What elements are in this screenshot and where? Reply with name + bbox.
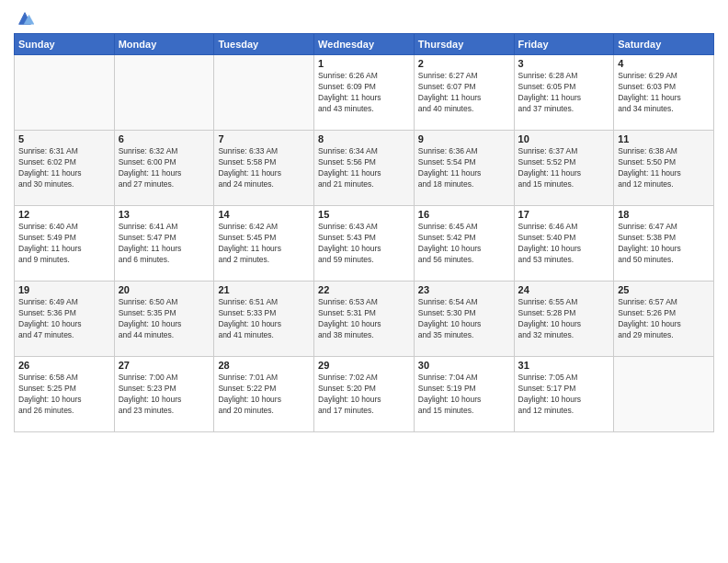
calendar-week-row: 5Sunrise: 6:31 AM Sunset: 6:02 PM Daylig… — [15, 131, 714, 206]
day-number: 6 — [119, 133, 210, 144]
weekday-header-sunday: Sunday — [15, 34, 115, 55]
calendar-cell: 10Sunrise: 6:37 AM Sunset: 5:52 PM Dayli… — [514, 131, 614, 206]
day-number: 17 — [518, 209, 610, 220]
weekday-header-row: SundayMondayTuesdayWednesdayThursdayFrid… — [15, 34, 714, 55]
calendar-cell: 20Sunrise: 6:50 AM Sunset: 5:35 PM Dayli… — [114, 282, 214, 357]
day-info: Sunrise: 6:32 AM Sunset: 6:00 PM Dayligh… — [119, 146, 210, 190]
day-info: Sunrise: 7:00 AM Sunset: 5:23 PM Dayligh… — [119, 373, 210, 417]
calendar-table: SundayMondayTuesdayWednesdayThursdayFrid… — [14, 33, 714, 432]
day-info: Sunrise: 6:58 AM Sunset: 5:25 PM Dayligh… — [18, 373, 110, 417]
day-info: Sunrise: 7:05 AM Sunset: 5:17 PM Dayligh… — [518, 373, 610, 417]
day-info: Sunrise: 6:49 AM Sunset: 5:36 PM Dayligh… — [18, 297, 110, 341]
day-number: 12 — [18, 209, 110, 220]
calendar-week-row: 1Sunrise: 6:26 AM Sunset: 6:09 PM Daylig… — [15, 55, 714, 131]
calendar-cell — [614, 357, 714, 432]
weekday-header-saturday: Saturday — [614, 34, 714, 55]
day-number: 4 — [618, 58, 710, 69]
day-info: Sunrise: 7:02 AM Sunset: 5:20 PM Dayligh… — [318, 373, 410, 417]
day-number: 25 — [618, 284, 710, 295]
day-number: 16 — [418, 209, 510, 220]
day-number: 28 — [218, 360, 310, 371]
day-number: 27 — [119, 360, 210, 371]
calendar-cell: 15Sunrise: 6:43 AM Sunset: 5:43 PM Dayli… — [314, 206, 415, 282]
logo-icon — [16, 9, 34, 28]
day-number: 15 — [318, 209, 410, 220]
day-info: Sunrise: 6:37 AM Sunset: 5:52 PM Dayligh… — [518, 146, 610, 190]
calendar-cell: 2Sunrise: 6:27 AM Sunset: 6:07 PM Daylig… — [414, 55, 514, 131]
day-info: Sunrise: 6:54 AM Sunset: 5:30 PM Dayligh… — [418, 297, 510, 341]
day-number: 8 — [318, 133, 410, 144]
day-info: Sunrise: 6:57 AM Sunset: 5:26 PM Dayligh… — [618, 297, 710, 341]
calendar-cell — [214, 55, 314, 131]
day-info: Sunrise: 6:34 AM Sunset: 5:56 PM Dayligh… — [318, 146, 410, 190]
day-number: 21 — [218, 284, 310, 295]
day-number: 22 — [318, 284, 410, 295]
day-number: 30 — [418, 360, 510, 371]
calendar-cell: 4Sunrise: 6:29 AM Sunset: 6:03 PM Daylig… — [614, 55, 714, 131]
day-number: 2 — [418, 58, 510, 69]
day-info: Sunrise: 6:45 AM Sunset: 5:42 PM Dayligh… — [418, 222, 510, 266]
day-info: Sunrise: 6:36 AM Sunset: 5:54 PM Dayligh… — [418, 146, 510, 190]
day-number: 9 — [418, 133, 510, 144]
day-number: 7 — [218, 133, 310, 144]
day-number: 18 — [618, 209, 710, 220]
day-number: 3 — [518, 58, 610, 69]
day-info: Sunrise: 6:43 AM Sunset: 5:43 PM Dayligh… — [318, 222, 410, 266]
calendar-cell — [114, 55, 214, 131]
calendar-cell: 16Sunrise: 6:45 AM Sunset: 5:42 PM Dayli… — [414, 206, 514, 282]
calendar-cell: 8Sunrise: 6:34 AM Sunset: 5:56 PM Daylig… — [314, 131, 415, 206]
weekday-header-friday: Friday — [514, 34, 614, 55]
calendar-cell: 12Sunrise: 6:40 AM Sunset: 5:49 PM Dayli… — [15, 206, 115, 282]
day-info: Sunrise: 6:26 AM Sunset: 6:09 PM Dayligh… — [318, 71, 410, 115]
day-info: Sunrise: 7:01 AM Sunset: 5:22 PM Dayligh… — [218, 373, 310, 417]
calendar-cell: 5Sunrise: 6:31 AM Sunset: 6:02 PM Daylig… — [15, 131, 115, 206]
day-number: 13 — [119, 209, 210, 220]
calendar-cell: 24Sunrise: 6:55 AM Sunset: 5:28 PM Dayli… — [514, 282, 614, 357]
day-number: 31 — [518, 360, 610, 371]
day-info: Sunrise: 6:55 AM Sunset: 5:28 PM Dayligh… — [518, 297, 610, 341]
calendar-cell: 11Sunrise: 6:38 AM Sunset: 5:50 PM Dayli… — [614, 131, 714, 206]
calendar-cell: 17Sunrise: 6:46 AM Sunset: 5:40 PM Dayli… — [514, 206, 614, 282]
calendar-cell: 28Sunrise: 7:01 AM Sunset: 5:22 PM Dayli… — [214, 357, 314, 432]
day-number: 23 — [418, 284, 510, 295]
day-info: Sunrise: 6:51 AM Sunset: 5:33 PM Dayligh… — [218, 297, 310, 341]
calendar-cell: 30Sunrise: 7:04 AM Sunset: 5:19 PM Dayli… — [414, 357, 514, 432]
calendar-cell — [15, 55, 115, 131]
calendar-cell: 6Sunrise: 6:32 AM Sunset: 6:00 PM Daylig… — [114, 131, 214, 206]
page-container: SundayMondayTuesdayWednesdayThursdayFrid… — [0, 0, 728, 437]
calendar-cell: 7Sunrise: 6:33 AM Sunset: 5:58 PM Daylig… — [214, 131, 314, 206]
logo — [14, 9, 34, 28]
calendar-cell: 31Sunrise: 7:05 AM Sunset: 5:17 PM Dayli… — [514, 357, 614, 432]
weekday-header-monday: Monday — [114, 34, 214, 55]
day-info: Sunrise: 6:29 AM Sunset: 6:03 PM Dayligh… — [618, 71, 710, 115]
day-number: 1 — [318, 58, 410, 69]
day-number: 5 — [18, 133, 110, 144]
day-info: Sunrise: 7:04 AM Sunset: 5:19 PM Dayligh… — [418, 373, 510, 417]
day-info: Sunrise: 6:28 AM Sunset: 6:05 PM Dayligh… — [518, 71, 610, 115]
page-header — [14, 9, 714, 28]
day-info: Sunrise: 6:33 AM Sunset: 5:58 PM Dayligh… — [218, 146, 310, 190]
calendar-week-row: 12Sunrise: 6:40 AM Sunset: 5:49 PM Dayli… — [15, 206, 714, 282]
calendar-cell: 9Sunrise: 6:36 AM Sunset: 5:54 PM Daylig… — [414, 131, 514, 206]
calendar-cell: 22Sunrise: 6:53 AM Sunset: 5:31 PM Dayli… — [314, 282, 415, 357]
weekday-header-wednesday: Wednesday — [314, 34, 415, 55]
calendar-cell: 14Sunrise: 6:42 AM Sunset: 5:45 PM Dayli… — [214, 206, 314, 282]
calendar-cell: 3Sunrise: 6:28 AM Sunset: 6:05 PM Daylig… — [514, 55, 614, 131]
day-number: 29 — [318, 360, 410, 371]
calendar-cell: 26Sunrise: 6:58 AM Sunset: 5:25 PM Dayli… — [15, 357, 115, 432]
day-number: 20 — [119, 284, 210, 295]
weekday-header-tuesday: Tuesday — [214, 34, 314, 55]
day-info: Sunrise: 6:27 AM Sunset: 6:07 PM Dayligh… — [418, 71, 510, 115]
calendar-cell: 21Sunrise: 6:51 AM Sunset: 5:33 PM Dayli… — [214, 282, 314, 357]
day-info: Sunrise: 6:47 AM Sunset: 5:38 PM Dayligh… — [618, 222, 710, 266]
calendar-cell: 13Sunrise: 6:41 AM Sunset: 5:47 PM Dayli… — [114, 206, 214, 282]
calendar-cell: 1Sunrise: 6:26 AM Sunset: 6:09 PM Daylig… — [314, 55, 415, 131]
calendar-cell: 25Sunrise: 6:57 AM Sunset: 5:26 PM Dayli… — [614, 282, 714, 357]
calendar-week-row: 19Sunrise: 6:49 AM Sunset: 5:36 PM Dayli… — [15, 282, 714, 357]
day-info: Sunrise: 6:53 AM Sunset: 5:31 PM Dayligh… — [318, 297, 410, 341]
weekday-header-thursday: Thursday — [414, 34, 514, 55]
day-number: 11 — [618, 133, 710, 144]
day-info: Sunrise: 6:31 AM Sunset: 6:02 PM Dayligh… — [18, 146, 110, 190]
calendar-cell: 19Sunrise: 6:49 AM Sunset: 5:36 PM Dayli… — [15, 282, 115, 357]
day-number: 26 — [18, 360, 110, 371]
